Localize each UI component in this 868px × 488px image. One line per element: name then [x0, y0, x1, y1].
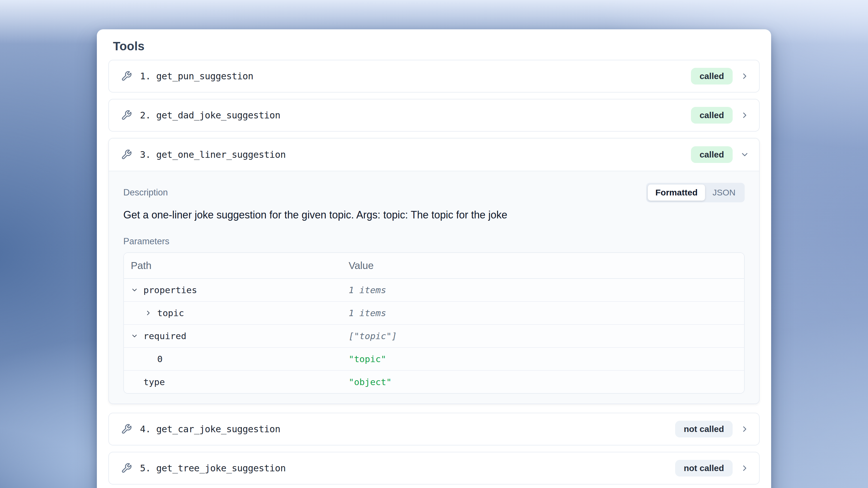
formatted-toggle-button[interactable]: Formatted — [648, 184, 705, 201]
status-badge: not called — [675, 421, 733, 437]
table-row-0: 0 "topic" — [124, 348, 744, 371]
path-key: topic — [157, 308, 184, 318]
chevron-down-icon — [740, 150, 749, 159]
tool-name: 4.get_car_joke_suggestion — [140, 424, 280, 434]
path-value: 1 items — [349, 285, 744, 295]
path-key: required — [144, 331, 186, 341]
tool-name: 2.get_dad_joke_suggestion — [140, 110, 280, 121]
tool-row-get_one_liner_suggestion[interactable]: 3.get_one_liner_suggestion called — [109, 139, 759, 171]
tool-name: 5.get_tree_joke_suggestion — [140, 463, 286, 474]
wrench-icon — [121, 71, 132, 82]
wrench-icon — [121, 424, 132, 434]
path-key: type — [144, 377, 165, 387]
page-title: Tools — [113, 39, 760, 54]
chevron-right-icon — [740, 111, 749, 120]
view-toggle: Formatted JSON — [646, 183, 745, 202]
path-value: 1 items — [349, 308, 744, 318]
tool-group-get_one_liner_suggestion: 3.get_one_liner_suggestion called Descri… — [108, 138, 760, 404]
table-row-type: type "object" — [124, 371, 744, 393]
parameters-table-header: Path Value — [124, 253, 744, 279]
parameters-table: Path Value properties 1 items — [123, 252, 745, 394]
path-column-header: Path — [124, 260, 349, 271]
status-badge: called — [691, 146, 733, 163]
json-toggle-button[interactable]: JSON — [705, 184, 743, 201]
table-row-topic: topic 1 items — [124, 302, 744, 325]
table-row-properties: properties 1 items — [124, 279, 744, 302]
wrench-icon — [121, 463, 132, 474]
tool-description: Get a one-liner joke suggestion for the … — [123, 209, 745, 221]
chevron-right-icon[interactable] — [145, 309, 157, 317]
wrench-icon — [121, 110, 132, 121]
tool-name: 3.get_one_liner_suggestion — [140, 149, 286, 160]
tools-card: Tools 1.get_pun_suggestion called 2.get_… — [97, 29, 771, 488]
tool-row-get_pun_suggestion[interactable]: 1.get_pun_suggestion called — [108, 60, 760, 93]
tool-detail-panel: Description Formatted JSON Get a one-lin… — [109, 171, 759, 403]
table-row-required: required ["topic"] — [124, 325, 744, 348]
path-key: 0 — [157, 354, 163, 364]
parameters-label: Parameters — [123, 236, 745, 247]
tool-row-get_dad_joke_suggestion[interactable]: 2.get_dad_joke_suggestion called — [108, 99, 760, 132]
tool-row-get_car_joke_suggestion[interactable]: 4.get_car_joke_suggestion not called — [108, 413, 760, 446]
status-badge: called — [691, 107, 733, 124]
description-label: Description — [123, 187, 168, 198]
value-column-header: Value — [349, 260, 744, 271]
path-key: properties — [144, 285, 197, 295]
tool-name: 1.get_pun_suggestion — [140, 71, 253, 82]
path-value: "topic" — [349, 354, 744, 364]
path-value: ["topic"] — [349, 331, 744, 341]
chevron-right-icon — [740, 464, 749, 473]
wrench-icon — [121, 149, 132, 160]
status-badge: not called — [675, 460, 733, 477]
chevron-right-icon — [740, 71, 749, 81]
tool-row-get_tree_joke_suggestion[interactable]: 5.get_tree_joke_suggestion not called — [108, 452, 760, 485]
chevron-down-icon[interactable] — [131, 286, 144, 294]
status-badge: called — [691, 68, 733, 85]
chevron-down-icon[interactable] — [131, 332, 144, 340]
path-value: "object" — [349, 377, 744, 387]
chevron-right-icon — [740, 425, 749, 434]
